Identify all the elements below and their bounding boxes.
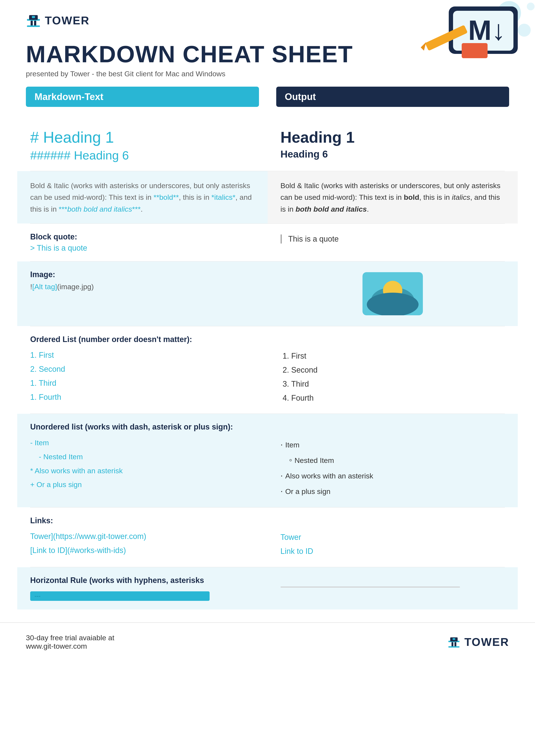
svg-rect-26 [453, 638, 455, 640]
out-h6: Heading 6 [281, 148, 505, 160]
svg-point-3 [527, 3, 535, 10]
links-label: Links: [30, 516, 255, 525]
out-ol-item-2: Second [291, 363, 505, 377]
blockquote-md: > This is a quote [30, 244, 255, 253]
text-formatting-left: Bold & Italic (works with asterisks or u… [17, 171, 268, 224]
hr-left: Horizontal Rule (works with hyphens, ast… [17, 567, 268, 609]
top-decoration: M↓ [384, 0, 535, 78]
footer-logo: TOWER [447, 635, 509, 648]
image-right [268, 261, 518, 326]
svg-rect-10 [462, 43, 488, 58]
hr-out [281, 587, 460, 587]
svg-marker-9 [421, 42, 426, 51]
svg-rect-16 [32, 16, 35, 18]
link-md-1: Tower](https://www.git-tower.com) [30, 529, 255, 544]
ordered-list-label: Ordered List (number order doesn't matte… [30, 335, 255, 344]
hr-label: Horizontal Rule (works with hyphens, ast… [30, 576, 255, 585]
blockquote-row: Block quote: > This is a quote This is a… [17, 224, 518, 261]
svg-rect-25 [449, 646, 460, 648]
left-column-header: Markdown-Text [26, 87, 259, 107]
link-md-2: [Link to ID](#works-with-ids) [30, 544, 255, 557]
unordered-list-right: Item Nested Item Also works with an aste… [268, 414, 518, 507]
svg-text:M↓: M↓ [468, 14, 505, 46]
blockquote-left: Block quote: > This is a quote [17, 224, 268, 261]
image-row: Image: ![Alt tag](image.jpg) [17, 261, 518, 326]
out-ul-item-3: Also works with an asterisk [281, 468, 505, 483]
footer-logo-icon [447, 635, 461, 648]
image-label: Image: [30, 270, 255, 279]
link-out-1[interactable]: Tower [281, 530, 505, 544]
logo-text: TOWER [45, 14, 90, 27]
footer-line2: www.git-tower.com [26, 642, 114, 650]
ul-item-2: - Nested Item [30, 450, 255, 464]
ul-item-1: - Item [30, 436, 255, 450]
out-ul-nested-item: Nested Item [281, 452, 505, 468]
links-right: Tower Link to ID [268, 507, 518, 567]
hr-row: Horizontal Rule (works with hyphens, ast… [17, 567, 518, 609]
unordered-list-row: Unordered list (works with dash, asteris… [17, 414, 518, 507]
hr-md: --- [30, 591, 210, 601]
out-ul-item-4: Or a plus sign [281, 483, 505, 499]
unordered-md: - Item - Nested Item * Also works with a… [30, 436, 255, 491]
unordered-list-label: Unordered list (works with dash, asteris… [30, 422, 255, 431]
unordered-list-left: Unordered list (works with dash, asteris… [17, 414, 268, 507]
text-formatting-row: Bold & Italic (works with asterisks or u… [17, 171, 518, 224]
blockquote-label: Block quote: [30, 232, 255, 241]
ol-item-4: 1. Fourth [30, 390, 255, 404]
headings-right: Heading 1 Heading 6 [268, 120, 518, 171]
ordered-list-left: Ordered List (number order doesn't matte… [17, 326, 268, 414]
out-unordered-list: Item Nested Item Also works with an aste… [281, 437, 505, 499]
image-md-prefix: [Alt tag] [32, 283, 57, 291]
links-left: Links: Tower](https://www.git-tower.com)… [17, 507, 268, 567]
links-row: Links: Tower](https://www.git-tower.com)… [17, 507, 518, 567]
blockquote-out: This is a quote [281, 234, 505, 244]
svg-rect-15 [27, 25, 40, 27]
text-formatting-right: Bold & Italic (works with asterisks or u… [268, 171, 518, 224]
logo: TOWER [26, 13, 90, 28]
headings-row: # Heading 1 ###### Heading 6 Heading 1 H… [17, 120, 518, 171]
out-text-box: Bold & Italic (works with asterisks or u… [281, 180, 505, 215]
hr-right [268, 567, 518, 609]
tower-logo-icon [26, 13, 41, 28]
ul-item-3: * Also works with an asterisk [30, 464, 255, 478]
md-h6: ###### Heading 6 [30, 148, 255, 162]
link-out-2[interactable]: Link to ID [281, 544, 505, 558]
links-out: Tower Link to ID [281, 530, 505, 558]
ordered-list-right: First Second Third Fourth [268, 326, 518, 414]
ordered-list-row: Ordered List (number order doesn't matte… [17, 326, 518, 414]
ul-item-4: + Or a plus sign [30, 477, 255, 492]
svg-point-20 [367, 293, 419, 315]
md-h1: # Heading 1 [30, 128, 255, 146]
md-text-box: Bold & Italic (works with asterisks or u… [30, 180, 255, 215]
footer-text: 30-day free trial avaiable at www.git-to… [26, 634, 114, 650]
image-left: Image: ![Alt tag](image.jpg) [17, 261, 268, 326]
out-h1: Heading 1 [281, 128, 505, 146]
ol-item-1: 1. First [30, 348, 255, 362]
footer-line1: 30-day free trial avaiable at [26, 634, 114, 642]
out-ul-item-1: Item [281, 437, 505, 452]
ol-item-2: 2. Second [30, 362, 255, 376]
out-ol-item-4: Fourth [291, 391, 505, 405]
headings-left: # Heading 1 ###### Heading 6 [17, 120, 268, 171]
footer: 30-day free trial avaiable at www.git-to… [0, 622, 535, 661]
out-ol-item-1: First [291, 349, 505, 363]
footer-logo-text: TOWER [464, 635, 509, 648]
ol-item-3: 1. Third [30, 376, 255, 390]
out-ordered-list: First Second Third Fourth [281, 349, 505, 405]
image-md: ![Alt tag](image.jpg) [30, 283, 255, 291]
out-ol-item-3: Third [291, 377, 505, 391]
svg-point-1 [518, 24, 531, 37]
image-preview [362, 272, 423, 315]
blockquote-right: This is a quote [268, 224, 518, 261]
right-column-header: Output [276, 87, 509, 107]
